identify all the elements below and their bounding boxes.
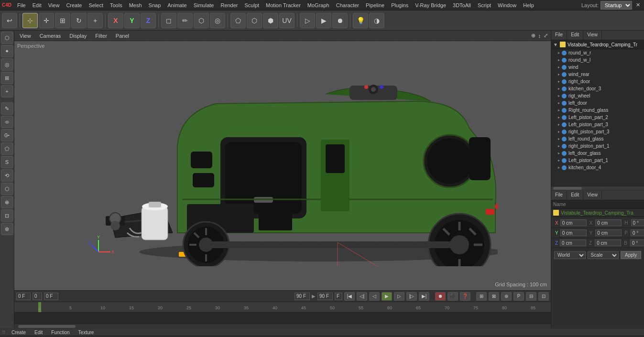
y-axis-button[interactable]: Y <box>124 13 140 28</box>
mat-create-btn[interactable]: Create <box>9 329 28 336</box>
menu-character[interactable]: Character <box>333 1 362 9</box>
y-pos-input[interactable] <box>560 229 587 236</box>
menu-animate[interactable]: Animate <box>164 1 189 9</box>
menu-window[interactable]: Window <box>495 1 519 9</box>
p-input[interactable] <box>631 229 644 236</box>
obj-file-btn[interactable]: File <box>551 31 567 40</box>
y-rot-input[interactable] <box>595 229 622 236</box>
range-end-input1[interactable] <box>295 293 310 300</box>
vt-panel[interactable]: Panel <box>113 32 131 40</box>
vt-icon-3[interactable]: ⤢ <box>544 33 548 39</box>
snap-button[interactable]: ⊞ <box>476 292 487 301</box>
prev-frame-button[interactable]: ◁ <box>369 292 380 301</box>
object-list-scroll[interactable] <box>551 186 644 190</box>
point-button[interactable]: ⬢ <box>263 13 278 28</box>
obj-left-round-glass[interactable]: ▸ left_round_glass <box>551 135 644 142</box>
x-axis-button[interactable]: X <box>108 13 123 28</box>
menu-tools[interactable]: Tools <box>107 1 125 9</box>
vt-display[interactable]: Display <box>67 32 89 40</box>
obj-right-round-glass[interactable]: ▸ Right_round_glass <box>551 107 644 114</box>
vt-filter[interactable]: Filter <box>93 32 109 40</box>
timeline-scrollbar[interactable] <box>14 324 551 328</box>
obj-view-btn[interactable]: View <box>583 31 602 40</box>
obj-wind[interactable]: ▸ wind <box>551 64 644 71</box>
obj-left-piston-3[interactable]: ▸ Left_piston_part_3 <box>551 121 644 128</box>
autokey-button[interactable]: ⚫ <box>448 292 458 301</box>
P-button[interactable]: P <box>513 292 524 301</box>
light-button[interactable]: 💡 <box>353 13 368 28</box>
z-pos-input[interactable] <box>560 239 586 246</box>
h-input[interactable] <box>631 219 644 226</box>
left-tool-1[interactable]: ✦ <box>1 45 13 57</box>
undo-button[interactable]: ↩ <box>2 13 17 28</box>
start-frame-input[interactable] <box>16 293 31 300</box>
key-button[interactable]: ⊠ <box>489 292 499 301</box>
menu-create[interactable]: Create <box>63 1 85 9</box>
obj-wind-rear[interactable]: ▸ wind_rear <box>551 71 644 78</box>
menu-file[interactable]: File <box>14 1 29 9</box>
vt-cameras[interactable]: Cameras <box>37 32 64 40</box>
scale-select[interactable]: Scale <box>588 251 619 259</box>
left-tool-2[interactable]: ◎ <box>1 58 13 71</box>
left-tool-7[interactable]: ⌱ <box>1 129 13 141</box>
obj-kitchen-door-4[interactable]: ▸ kitchen_door_4 <box>551 164 644 171</box>
b-input[interactable] <box>630 239 644 246</box>
poly-button[interactable]: ⬠ <box>230 13 246 28</box>
timeline-bar[interactable] <box>14 313 551 328</box>
render2-button[interactable]: ▶ <box>316 13 331 28</box>
apply-button[interactable]: Apply <box>621 251 641 259</box>
z-axis-button[interactable]: Z <box>141 13 156 28</box>
attr-edit-btn[interactable]: Edit <box>567 191 583 200</box>
x-pos-input[interactable] <box>560 219 587 226</box>
left-tool-5[interactable]: ✎ <box>1 102 13 115</box>
layout-select[interactable]: Startup <box>600 1 632 10</box>
obj-kitchen-door-3[interactable]: ▸ kitchen_door_3 <box>551 85 644 92</box>
play-button[interactable]: ▶ <box>382 292 392 301</box>
rotate-tool-button[interactable]: ↻ <box>71 13 87 28</box>
frame-counter-input[interactable] <box>33 293 42 300</box>
mat-edit-btn[interactable]: Edit <box>32 329 45 336</box>
x-rot-input[interactable] <box>595 219 622 226</box>
vt-icon-2[interactable]: ↕ <box>538 33 541 39</box>
menu-mesh[interactable]: Mesh <box>126 1 145 9</box>
prev-key-button[interactable]: ◁| <box>357 292 367 301</box>
uv-button[interactable]: UV <box>279 13 295 28</box>
menu-render[interactable]: Render <box>218 1 240 9</box>
vt-icon-1[interactable]: ⊕ <box>531 33 535 39</box>
obj-left-piston-1[interactable]: ▸ Left_piston_part_1 <box>551 157 644 164</box>
menu-script[interactable]: Script <box>475 1 494 9</box>
obj-round-w-r[interactable]: ▸ round_w_r <box>551 49 644 56</box>
timeline-scroll-thumb[interactable] <box>18 325 76 328</box>
menu-select[interactable]: Select <box>86 1 106 9</box>
skip-start-button[interactable]: |◀ <box>344 292 355 301</box>
menu-mograph[interactable]: MoGraph <box>305 1 332 9</box>
next-frame-button[interactable]: ▷ <box>394 292 404 301</box>
attr-file-btn[interactable]: File <box>551 191 567 200</box>
attr-view-btn[interactable]: View <box>583 191 602 200</box>
world-select[interactable]: World Local <box>554 251 586 259</box>
menu-motion-tracker[interactable]: Motion Tracker <box>263 1 304 9</box>
lasso-button[interactable]: ⬡ <box>194 13 209 28</box>
obj-right-piston-1[interactable]: ▸ right_piston_part_1 <box>551 142 644 150</box>
next-key-button[interactable]: |▷ <box>406 292 417 301</box>
menu-view[interactable]: View <box>45 1 63 9</box>
cube-button[interactable]: ◻ <box>161 13 176 28</box>
3d-viewport[interactable]: Perspective <box>14 41 551 290</box>
scale-tool-button[interactable]: ⊞ <box>55 13 70 28</box>
obj-right-door[interactable]: ▸ right_door <box>551 78 644 85</box>
left-tool-6[interactable]: ⌯ <box>1 116 13 128</box>
grid-button[interactable]: ⊟ <box>526 292 536 301</box>
close-icon[interactable]: ✕ <box>634 2 642 8</box>
scene-row[interactable]: ▼ Vistabule_Teardrop_Camping_Tr <box>551 40 644 49</box>
z-rot-input[interactable] <box>595 239 621 246</box>
select-tool-button[interactable]: ⊹ <box>22 13 38 28</box>
obj-edit-btn[interactable]: Edit <box>567 31 583 40</box>
left-tool-13[interactable]: ⊡ <box>1 209 13 222</box>
record-button[interactable]: ⏺ <box>435 292 446 301</box>
current-frame-input[interactable] <box>44 293 58 300</box>
menu-help[interactable]: Help <box>520 1 537 9</box>
obj-rigt-wheel[interactable]: ▸ rigt_wheel <box>551 92 644 99</box>
obj-right-piston-3[interactable]: ▸ right_piston_part_3 <box>551 128 644 135</box>
loop-button[interactable]: ⊛ <box>501 292 512 301</box>
left-tool-11[interactable]: ⬡ <box>1 183 13 195</box>
